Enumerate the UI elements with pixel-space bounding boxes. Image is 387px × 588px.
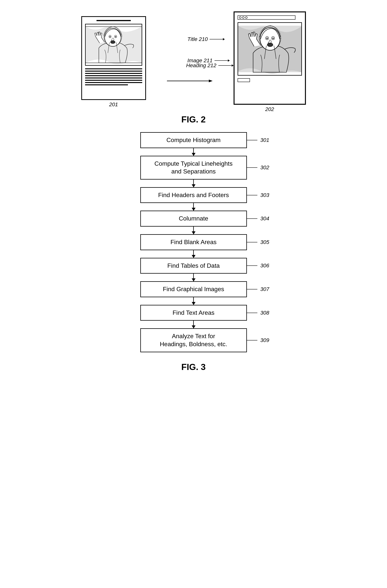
text-line <box>85 71 142 72</box>
flow-num-group-305: 305 <box>247 239 269 245</box>
text-line <box>85 78 142 79</box>
doc-right-image <box>238 22 302 76</box>
doc-right-heading-box <box>238 78 250 82</box>
page: { "fig2": { "caption": "FIG. 2", "doc_le… <box>0 0 387 588</box>
annotation-area: Title 210 Image 211 <box>146 40 234 84</box>
flow-num-line-307 <box>247 288 259 290</box>
doc-left <box>81 16 146 100</box>
text-line <box>85 68 142 69</box>
text-line <box>85 80 142 81</box>
title-label: Title 210 <box>187 36 208 42</box>
flow-label-302: Compute Typical Lineheights and Separati… <box>154 160 232 176</box>
flow-item-304: Columnate 304 <box>140 210 247 227</box>
heading-label-line <box>218 63 234 68</box>
fig3-caption: FIG. 3 <box>182 362 206 372</box>
flow-box-303: Find Headers and Footers <box>140 187 247 203</box>
doc-left-wrapper: 201 <box>81 16 146 107</box>
flow-num-group-303: 303 <box>247 192 269 198</box>
flow-label-307: Find Graphical Images <box>163 285 224 293</box>
horiz-arrow <box>167 78 213 84</box>
doc-right-wrapper: 202 <box>234 11 306 112</box>
svg-point-24 <box>267 43 273 47</box>
svg-point-4 <box>109 36 110 37</box>
flow-item-302: Compute Typical Lineheights and Separati… <box>140 156 247 180</box>
flow-num-303: 303 <box>260 192 269 198</box>
flow-arrow <box>193 203 194 210</box>
title-circle <box>245 16 247 19</box>
svg-marker-12 <box>228 59 230 62</box>
flow-arrow <box>193 274 194 281</box>
flow-num-line-308 <box>247 312 259 314</box>
flow-arrow <box>193 321 194 328</box>
fig2-caption: FIG. 2 <box>182 114 206 125</box>
flow-label-303: Find Headers and Footers <box>158 191 229 199</box>
flow-num-line-304 <box>247 218 259 220</box>
flow-item-305: Find Blank Areas 305 <box>140 234 247 250</box>
flow-label-309: Analyze Text for Headings, Boldness, etc… <box>160 332 227 348</box>
flow-num-305: 305 <box>260 239 269 245</box>
flow-label-308: Find Text Areas <box>173 309 215 317</box>
svg-point-23 <box>272 38 274 39</box>
doc-right-title-bar <box>238 15 295 20</box>
doc-left-title-line <box>97 20 131 21</box>
flow-box-305: Find Blank Areas <box>140 234 247 250</box>
fig3-section: Compute Histogram 301 Compute Typical Li… <box>15 132 372 372</box>
doc-right-person-svg <box>238 23 301 75</box>
flow-arrow <box>193 148 194 156</box>
text-line <box>85 84 128 85</box>
flow-box-309: Analyze Text for Headings, Boldness, etc… <box>140 328 247 352</box>
flow-arrow <box>193 297 194 305</box>
flow-num-line-306 <box>247 265 259 267</box>
doc-left-image <box>85 24 142 66</box>
flow-box-302: Compute Typical Lineheights and Separati… <box>140 156 247 180</box>
doc-right <box>234 11 306 105</box>
flow-num-306: 306 <box>260 263 269 269</box>
flow-num-group-304: 304 <box>247 215 269 222</box>
title-circle <box>242 16 244 19</box>
flow-box-306: Find Tables of Data <box>140 258 247 274</box>
svg-marker-10 <box>223 38 225 40</box>
flow-num-line-305 <box>247 241 259 243</box>
flow-num-group-308: 308 <box>247 310 269 316</box>
doc-right-number: 202 <box>265 106 274 112</box>
flow-num-group-302: 302 <box>247 165 269 171</box>
flow-label-306: Find Tables of Data <box>167 262 220 270</box>
flow-item-309: Analyze Text for Headings, Boldness, etc… <box>140 328 247 352</box>
svg-marker-14 <box>209 80 213 82</box>
flow-num-304: 304 <box>260 215 269 222</box>
flow-item-308: Find Text Areas 308 <box>140 305 247 321</box>
svg-point-18 <box>260 28 280 50</box>
flow-num-group-306: 306 <box>247 263 269 269</box>
flow-label-304: Columnate <box>179 215 208 223</box>
flow-arrow <box>193 227 194 234</box>
svg-point-6 <box>110 41 115 43</box>
flow-num-group-301: 301 <box>247 137 269 143</box>
flow-arrow <box>193 250 194 258</box>
flow-num-line-303 <box>247 194 259 196</box>
flow-item-301: Compute Histogram 301 <box>140 132 247 148</box>
doc-left-text-lines <box>85 68 142 85</box>
flow-label-301: Compute Histogram <box>166 136 221 144</box>
flow-num-line-309 <box>247 339 259 341</box>
flow-num-301: 301 <box>260 137 269 143</box>
flow-item-307: Find Graphical Images 307 <box>140 281 247 297</box>
flowchart: Compute Histogram 301 Compute Typical Li… <box>140 132 247 352</box>
flow-num-line-302 <box>247 167 259 168</box>
flow-num-302: 302 <box>260 165 269 171</box>
heading-label-group: Heading 212 <box>186 63 234 68</box>
svg-point-22 <box>266 38 268 39</box>
title-label-line <box>210 36 225 42</box>
flow-label-305: Find Blank Areas <box>171 238 217 246</box>
arrow-svg <box>167 78 213 84</box>
fig2-labels: Title 210 Image 211 <box>187 36 230 63</box>
svg-point-5 <box>115 36 116 37</box>
title-label-group: Title 210 <box>187 36 230 42</box>
heading-label: Heading 212 <box>186 63 216 68</box>
flow-box-308: Find Text Areas <box>140 305 247 321</box>
text-line <box>85 82 142 83</box>
docs-row: 201 Title 210 Image 211 <box>81 11 306 112</box>
flow-item-303: Find Headers and Footers 303 <box>140 187 247 203</box>
text-line <box>85 75 142 76</box>
doc-left-person-svg <box>86 24 142 65</box>
flow-num-307: 307 <box>260 286 269 292</box>
